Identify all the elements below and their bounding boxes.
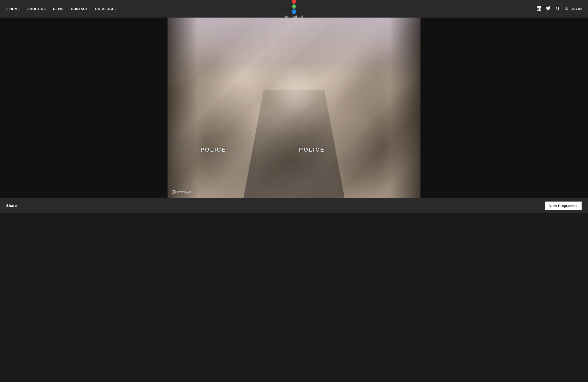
contact-link[interactable]: CONTACT <box>71 7 88 11</box>
search-link[interactable] <box>555 6 560 12</box>
police-text-left: POLICE <box>200 146 226 153</box>
video-container: POLICE POLICE flowplayer <box>0 18 588 198</box>
vimeo-icon[interactable]: v <box>292 4 296 9</box>
home-label: HOME <box>9 7 20 11</box>
flowplayer-label: flowplayer <box>177 190 191 194</box>
flowplayer-icon <box>172 190 176 194</box>
user-icon <box>565 7 568 11</box>
color-tint <box>168 18 420 198</box>
navigation: ⌂ HOME ABOUT US NEWS CONTACT CATALOGUE t… <box>0 0 588 18</box>
police-text-right: POLICE <box>299 146 325 153</box>
about-link[interactable]: ABOUT US <box>27 7 46 11</box>
bottom-bar: Share View Programme <box>0 198 588 213</box>
nav-center-logo: t v f International <box>285 0 303 19</box>
twitter-icon <box>546 6 551 11</box>
catalogue-link[interactable]: CATALOGUE <box>95 7 117 11</box>
social-icons: t v f <box>292 0 296 14</box>
share-label: Share <box>6 204 17 208</box>
linkedin-icon <box>537 6 541 11</box>
linkedin-link[interactable] <box>537 6 541 12</box>
twitter-link[interactable] <box>546 6 551 12</box>
login-link[interactable]: LOG IN <box>565 7 582 11</box>
video-wrapper: POLICE POLICE flowplayer <box>168 18 420 198</box>
home-link[interactable]: ⌂ HOME <box>6 7 20 11</box>
home-icon: ⌂ <box>6 7 8 11</box>
login-label: LOG IN <box>569 7 582 11</box>
nav-right: LOG IN <box>537 6 582 12</box>
flowplayer-watermark: flowplayer <box>172 190 191 194</box>
tumblr-icon[interactable]: t <box>292 0 296 4</box>
search-icon <box>555 6 560 11</box>
news-link[interactable]: NEWS <box>53 7 63 11</box>
video-player[interactable]: POLICE POLICE flowplayer <box>168 18 420 198</box>
view-programme-button[interactable]: View Programme <box>545 201 582 210</box>
nav-left: ⌂ HOME ABOUT US NEWS CONTACT CATALOGUE <box>6 7 117 11</box>
facebook-icon[interactable]: f <box>292 9 296 14</box>
